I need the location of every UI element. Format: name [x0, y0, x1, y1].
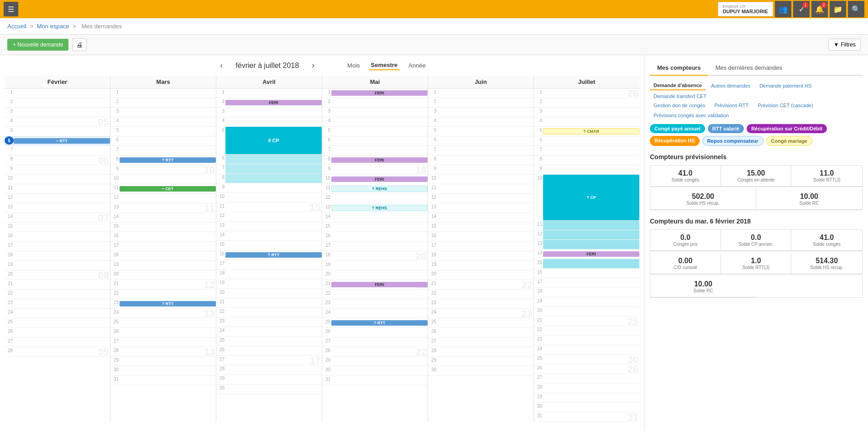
- table-row: 26: [216, 346, 322, 356]
- cal-event-rtt-mai25[interactable]: ? RTT: [331, 320, 428, 326]
- table-row: 20: [110, 270, 216, 280]
- table-row: 11 ~ CET: [110, 184, 216, 194]
- breadcrumb-space[interactable]: Mon espace: [37, 23, 69, 30]
- table-row: 12: [5, 194, 110, 203]
- table-row: 1820: [322, 251, 428, 261]
- print-button[interactable]: 🖨: [72, 38, 87, 51]
- badge-conge-mariage[interactable]: Congé mariage: [766, 136, 812, 146]
- table-row: 5: [322, 127, 428, 136]
- cal-month-fevrier: Février 1 2 3 405 5 6 ~ RTT 7 806 9 10 1…: [5, 76, 110, 422]
- table-row: 15: [110, 223, 216, 232]
- search-icon-button[interactable]: 🔍: [848, 1, 864, 17]
- cal-view-annee[interactable]: Année: [407, 61, 428, 70]
- table-row: 3: [5, 108, 110, 117]
- cal-view-semestre[interactable]: Semestre: [369, 61, 400, 70]
- cal-event-feri-avr2[interactable]: FERI: [225, 100, 322, 105]
- table-row: 9: [428, 165, 533, 175]
- counter-solde-conges-prev: 41.0 Solde congés: [650, 166, 721, 187]
- tab-mes-dernieres-demandes[interactable]: Mes dernières demandes: [708, 61, 790, 76]
- compteurs-prev-grid2: 502.00 Solde HS récup. 10.00 Solde RC: [650, 189, 863, 210]
- badge-rtt-salarie[interactable]: RTT salarié: [708, 124, 744, 133]
- cal-event-rtt-mars23[interactable]: ? RTT: [120, 301, 216, 306]
- table-row: 918: [322, 165, 428, 175]
- cal-prev-button[interactable]: ‹: [216, 60, 226, 71]
- table-row: 13 ? REHS: [322, 203, 428, 213]
- sub-tab-transfert-cet[interactable]: Demande transfert CET: [650, 92, 710, 100]
- breadcrumb-home[interactable]: Accueil: [7, 23, 26, 30]
- folder-icon-button[interactable]: 📁: [830, 1, 846, 17]
- table-row: 23: [5, 299, 110, 309]
- new-demande-button[interactable]: + Nouvelle demande: [7, 39, 68, 51]
- cal-event-feri-mai10[interactable]: FERI: [331, 177, 428, 182]
- sub-tab-don-conges[interactable]: Gestion don de congés: [650, 101, 709, 109]
- table-row: 11: [428, 184, 533, 194]
- table-row: 29: [110, 357, 216, 366]
- filter-button[interactable]: ▼ Filtres: [828, 39, 861, 51]
- cal-event-rehs-mai13[interactable]: ? REHS: [331, 205, 428, 211]
- counter-conges-attente-prev: 15.00 Congés en attente: [721, 166, 792, 187]
- cal-event-feri-mai1[interactable]: FERI: [331, 90, 428, 96]
- cal-event-feri-mai21[interactable]: FERI: [331, 282, 428, 287]
- table-row: 15: [322, 223, 428, 232]
- cal-event-cmar-juil5[interactable]: ? CMAR: [543, 128, 639, 135]
- table-row: 23: [428, 299, 533, 309]
- table-row: 5 ? CMAR: [534, 127, 639, 136]
- badge-recuperation-hs[interactable]: Récupération HS: [650, 136, 700, 146]
- tab-mes-compteurs[interactable]: Mes compteurs: [650, 61, 708, 76]
- cal-event-rtt[interactable]: ~ RTT: [14, 138, 110, 144]
- users-icon-button[interactable]: 👥: [775, 1, 791, 17]
- table-row: 20: [534, 307, 639, 317]
- cal-event-cp-avr5[interactable]: 4 CP: [225, 127, 322, 154]
- cal-event-rtt-mars8[interactable]: ? RTT: [120, 157, 216, 163]
- check-icon-button[interactable]: ✓ 1: [793, 1, 810, 17]
- table-row: 1: [428, 88, 533, 98]
- sub-tab-prev-conges-valid[interactable]: Prévisions congés avec validation: [650, 111, 732, 119]
- sub-tab-demande-absence[interactable]: Demande d'absence: [650, 81, 706, 90]
- table-row: 22: [322, 290, 428, 299]
- table-row: 30: [110, 366, 216, 376]
- table-row: 405: [5, 117, 110, 127]
- table-row: 23 ? RTT: [110, 299, 216, 309]
- calendar-nav: ‹ février à juillet 2018 › Mois Semestre…: [5, 60, 639, 71]
- cal-event-feri-juil14[interactable]: FERI: [543, 251, 639, 257]
- sub-tabs-row1: Demande d'absence Autres demandes Demand…: [650, 81, 863, 100]
- table-row: 12: [428, 194, 533, 203]
- toolbar: + Nouvelle demande 🖨 ▼ Filtres: [0, 35, 868, 55]
- cal-view-mois[interactable]: Mois: [345, 61, 361, 70]
- sub-tab-prev-cet[interactable]: Prévision CET (cascade): [754, 101, 816, 109]
- table-row: 2125: [534, 317, 639, 326]
- table-row: 3: [428, 108, 533, 117]
- table-row: 13: [428, 203, 533, 213]
- table-row: 2: [534, 98, 639, 108]
- user-menu-button[interactable]: Employé UX DUPUY MARJORIE: [718, 2, 773, 16]
- table-row: 14: [110, 213, 216, 223]
- table-row: 2413: [110, 309, 216, 318]
- cal-month-juillet: Juillet 126 2 3 4 5 ? CMAR 6 7 8 9 10 ? …: [534, 76, 639, 422]
- cal-event-cet-mars11[interactable]: ~ CET: [120, 186, 216, 192]
- breadcrumb-current: Mes demandes: [81, 23, 122, 30]
- sub-tab-paiement-hs[interactable]: Demande paiement HS: [756, 81, 815, 90]
- badge-recuperation-credit-debit[interactable]: Récupération sur Crédit/Débit: [747, 124, 827, 133]
- cal-event-rtt-avr16[interactable]: ? RTT: [225, 252, 322, 258]
- cal-event-feri-mai8[interactable]: FERI: [331, 157, 428, 163]
- table-row: 29: [428, 357, 533, 366]
- hamburger-button[interactable]: ☰: [4, 2, 18, 16]
- sub-tab-prev-rtt[interactable]: Prévisions RTT: [711, 101, 752, 109]
- cal-event-rehs-mai11[interactable]: ? REHS: [331, 186, 428, 192]
- table-row: 19: [216, 279, 322, 289]
- table-row: 9: [5, 165, 110, 175]
- sub-tab-autres-demandes[interactable]: Autres demandes: [707, 81, 754, 90]
- table-row: 12: [322, 194, 428, 203]
- badge-repos-compensateur[interactable]: Repos compensateur: [702, 136, 763, 146]
- cal-event-cp-juil10[interactable]: ? CP: [543, 175, 639, 220]
- table-row: 2: [5, 98, 110, 108]
- table-row: 5: [110, 127, 216, 136]
- bell-icon-button[interactable]: 🔔 2: [811, 1, 828, 17]
- table-row: 6 ~ RTT: [5, 136, 110, 146]
- cal-next-button[interactable]: ›: [308, 60, 318, 71]
- table-row: 17: [110, 242, 216, 251]
- table-row: 5: [5, 127, 110, 136]
- table-row: 4: [534, 117, 639, 127]
- badge-conge-paye[interactable]: Congé payé annuel: [650, 124, 705, 133]
- table-row: 30: [534, 403, 639, 412]
